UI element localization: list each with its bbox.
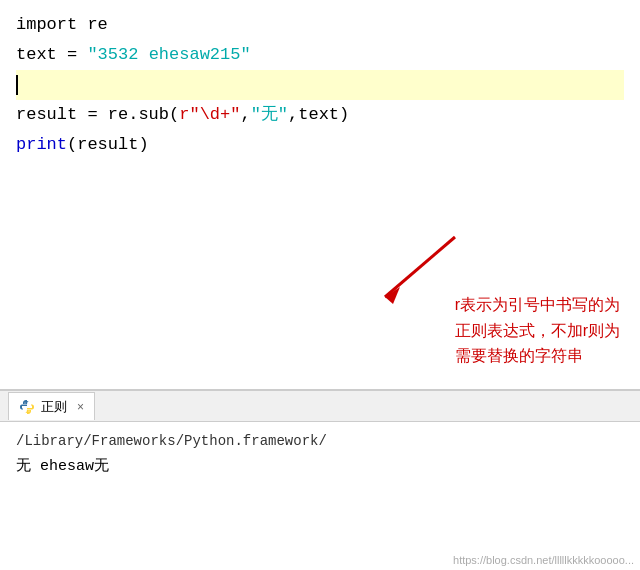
annotation-container: r表示为引号中书写的为 正则表达式，不加r则为 需要替换的字符串 bbox=[455, 292, 620, 369]
python-icon bbox=[19, 399, 35, 415]
output-path: /Library/Frameworks/Python.framework/ bbox=[16, 430, 624, 454]
text-cursor bbox=[16, 75, 18, 95]
output-area: /Library/Frameworks/Python.framework/ 无 … bbox=[0, 422, 640, 487]
tab-label: 正则 bbox=[41, 398, 67, 416]
watermark: https://blog.csdn.net/lllllkkkkkooooo... bbox=[453, 554, 634, 566]
code-block: import re text = "3532 ehesaw215" result… bbox=[0, 0, 640, 170]
code-editor: import re text = "3532 ehesaw215" result… bbox=[0, 0, 640, 390]
code-line-cursor bbox=[16, 70, 624, 100]
annotation-text: r表示为引号中书写的为 正则表达式，不加r则为 需要替换的字符串 bbox=[455, 292, 620, 369]
tab-close-button[interactable]: × bbox=[77, 400, 84, 414]
svg-line-0 bbox=[385, 237, 455, 297]
tab-bar: 正则 × bbox=[0, 390, 640, 422]
tab-zhengze[interactable]: 正则 × bbox=[8, 392, 95, 420]
output-result: 无 ehesaw无 bbox=[16, 454, 624, 480]
annotation-arrow bbox=[365, 232, 465, 312]
code-line-print: print(result) bbox=[16, 130, 624, 160]
code-line-text-assign: text = "3532 ehesaw215" bbox=[16, 40, 624, 70]
code-line-result: result = re.sub(r"\d+","无",text) bbox=[16, 100, 624, 130]
code-line-import: import re bbox=[16, 10, 624, 40]
